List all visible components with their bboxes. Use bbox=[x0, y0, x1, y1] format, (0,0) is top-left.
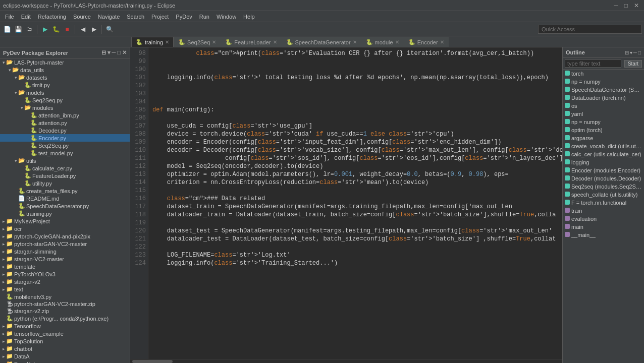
sidebar-item-21[interactable]: 🐍training.py bbox=[0, 210, 130, 217]
tree-toggle-1[interactable]: ▾ bbox=[1, 60, 6, 65]
menu-pydev[interactable]: PyDev bbox=[173, 13, 195, 21]
sidebar-item-33[interactable]: 🗜pytorch-starGAN-VC2-master.zip bbox=[0, 300, 130, 308]
sidebar-close-btn[interactable]: ✕ bbox=[122, 49, 127, 56]
tab-speechdatagenerator-close[interactable]: ✕ bbox=[353, 39, 357, 45]
outline-item-12[interactable]: Encoder (modules.Encoder) bbox=[563, 166, 644, 174]
sidebar-item-24[interactable]: ▸📁pytorch-CycleGAN-and-pix2pix bbox=[0, 232, 130, 240]
outline-item-5[interactable]: yaml bbox=[563, 110, 644, 118]
tree-toggle-7[interactable]: ▾ bbox=[19, 105, 24, 110]
tree-toggle-22[interactable]: ▸ bbox=[1, 219, 6, 224]
close-btn[interactable]: ✕ bbox=[632, 2, 641, 9]
tab-module-close[interactable]: ✕ bbox=[395, 39, 399, 45]
sidebar-item-22[interactable]: ▸📁MyNewProject bbox=[0, 217, 130, 225]
tree-toggle-29[interactable]: ▸ bbox=[1, 272, 6, 277]
sidebar-item-23[interactable]: ▸📁ocr bbox=[0, 225, 130, 232]
outline-item-0[interactable]: torch bbox=[563, 70, 644, 78]
menu-source[interactable]: Source bbox=[70, 13, 94, 21]
tree-toggle-38[interactable]: ▸ bbox=[1, 339, 6, 344]
sidebar-item-9[interactable]: 🐍attention.py bbox=[0, 119, 130, 127]
sidebar-item-1[interactable]: ▾📂LAS-Pytorch-master bbox=[0, 58, 130, 66]
tree-toggle-25[interactable]: ▸ bbox=[1, 241, 6, 247]
tree-toggle-3[interactable]: ▾ bbox=[13, 75, 18, 80]
tab-speechdatagenerator[interactable]: 🐍 SpeechDataGenerator ✕ bbox=[282, 37, 361, 47]
sidebar-item-11[interactable]: 🐍Encoder.py bbox=[0, 134, 130, 142]
tab-encoder[interactable]: 🐍 Encoder ✕ bbox=[404, 37, 449, 47]
menu-help[interactable]: Help bbox=[240, 13, 258, 21]
outline-collapse-btn[interactable]: ⊟ bbox=[625, 50, 629, 55]
menu-run[interactable]: Run bbox=[196, 13, 212, 21]
sidebar-item-36[interactable]: ▸📁Tensorflow bbox=[0, 322, 130, 330]
sidebar-item-28[interactable]: ▸📁template bbox=[0, 263, 130, 270]
tab-featureloader-close[interactable]: ✕ bbox=[273, 39, 277, 45]
sidebar-item-12[interactable]: 🐍Seq2Seq.py bbox=[0, 142, 130, 149]
sidebar-item-7[interactable]: ▾📂modules bbox=[0, 104, 130, 111]
sidebar-item-39[interactable]: ▸📁chatbot bbox=[0, 345, 130, 352]
outline-max-btn[interactable]: □ bbox=[638, 50, 641, 55]
menu-edit[interactable]: Edit bbox=[18, 13, 34, 21]
tree-toggle-24[interactable]: ▸ bbox=[1, 234, 6, 239]
outline-item-9[interactable]: create_vocab_dict (utils.utility) bbox=[563, 142, 644, 150]
tree-toggle-2[interactable]: ▾ bbox=[7, 68, 12, 73]
tree-toggle-26[interactable]: ▸ bbox=[1, 249, 6, 254]
outline-item-17[interactable]: train bbox=[563, 207, 644, 215]
sidebar-item-19[interactable]: 📄README.md bbox=[0, 195, 130, 202]
menu-project[interactable]: Project bbox=[148, 13, 172, 21]
sidebar-item-3[interactable]: ▾📂datasets bbox=[0, 74, 130, 81]
tab-seq2seq-close[interactable]: ✕ bbox=[212, 39, 216, 45]
tree-toggle-30[interactable]: ▸ bbox=[1, 279, 6, 284]
outline-item-7[interactable]: optim (torch) bbox=[563, 126, 644, 134]
sidebar-item-26[interactable]: ▸📁stargan-slimming bbox=[0, 248, 130, 255]
menu-window[interactable]: Window bbox=[213, 13, 239, 21]
tab-module[interactable]: 🐍 module ✕ bbox=[361, 37, 404, 47]
tree-toggle-28[interactable]: ▸ bbox=[1, 264, 6, 269]
sidebar-item-6[interactable]: 🐍Seq2Seq.py bbox=[0, 96, 130, 104]
sidebar-item-29[interactable]: ▸📁PyTorchYOLOv3 bbox=[0, 270, 130, 278]
sidebar-item-8[interactable]: 🐍attention_ibm.py bbox=[0, 111, 130, 119]
outline-min-btn[interactable]: ─ bbox=[633, 50, 637, 55]
tab-featureloader[interactable]: 🐍 FeatureLoader ✕ bbox=[221, 37, 281, 47]
outline-item-2[interactable]: SpeechDataGenerator (SpeechData... bbox=[563, 86, 644, 94]
tree-toggle-31[interactable]: ▸ bbox=[1, 287, 6, 292]
sidebar-collapse-btn[interactable]: ⊟ bbox=[101, 49, 106, 56]
save-all-btn[interactable]: 🗂 bbox=[24, 24, 34, 34]
sidebar-item-13[interactable]: 🐍test_model.py bbox=[0, 149, 130, 157]
back-btn[interactable]: ◀ bbox=[78, 24, 88, 34]
outline-menu-btn[interactable]: ▾ bbox=[630, 50, 632, 55]
sidebar-item-14[interactable]: ▾📂utils bbox=[0, 157, 130, 164]
sidebar-max-btn[interactable]: □ bbox=[117, 49, 121, 56]
debug-btn[interactable]: 🐛 bbox=[51, 24, 61, 34]
sidebar-item-38[interactable]: ▸📁TopSolution bbox=[0, 337, 130, 345]
tree-toggle-14[interactable]: ▾ bbox=[13, 158, 18, 163]
outline-item-3[interactable]: DataLoader (torch.nn) bbox=[563, 94, 644, 102]
code-area[interactable]: class="cm">#print(class='str'>'Evaluatio… bbox=[148, 47, 562, 359]
outline-item-14[interactable]: Seq2seq (modules.Seq2Seq) bbox=[563, 183, 644, 191]
quick-access-input[interactable] bbox=[538, 25, 642, 34]
tree-toggle-40[interactable]: ▸ bbox=[1, 354, 6, 359]
tab-encoder-close[interactable]: ✕ bbox=[440, 39, 444, 45]
outline-item-13[interactable]: Decoder (modules.Decoder) bbox=[563, 174, 644, 183]
sidebar-menu-btn[interactable]: ▾ bbox=[108, 49, 111, 56]
outline-filter-input[interactable] bbox=[565, 59, 621, 68]
menu-navigate[interactable]: Navigate bbox=[95, 13, 123, 21]
run-btn[interactable]: ▶ bbox=[40, 24, 50, 34]
outline-item-8[interactable]: argparse bbox=[563, 134, 644, 142]
tree-toggle-39[interactable]: ▸ bbox=[1, 346, 6, 351]
outline-item-15[interactable]: speech_collate (utils.utility) bbox=[563, 191, 644, 199]
sidebar-item-5[interactable]: ▾📂models bbox=[0, 89, 130, 96]
menu-refactoring[interactable]: Refactoring bbox=[35, 13, 69, 21]
minimize-btn[interactable]: ─ bbox=[612, 2, 620, 9]
sidebar-item-35[interactable]: 🐍python (e:\Progr... conda3\python.exe) bbox=[0, 315, 130, 322]
tab-seq2seq[interactable]: 🐍 Seq2Seq ✕ bbox=[174, 37, 221, 47]
menu-file[interactable]: File bbox=[2, 13, 17, 21]
save-btn[interactable]: 💾 bbox=[13, 24, 23, 34]
tree-toggle-37[interactable]: ▸ bbox=[1, 331, 6, 336]
sidebar-item-40[interactable]: ▸📁DataA bbox=[0, 352, 130, 360]
tab-training-close[interactable]: ✕ bbox=[165, 39, 169, 45]
sidebar-item-18[interactable]: 🐍create_meta_files.py bbox=[0, 187, 130, 195]
tab-training[interactable]: 🐍 training ✕ bbox=[131, 37, 174, 47]
outline-item-19[interactable]: main bbox=[563, 223, 644, 231]
outline-item-11[interactable]: logging bbox=[563, 158, 644, 166]
outline-item-6[interactable]: np = numpy bbox=[563, 118, 644, 126]
tree-toggle-36[interactable]: ▸ bbox=[1, 324, 6, 329]
sidebar-item-25[interactable]: ▸📁pytorch-starGAN-VC2-master bbox=[0, 240, 130, 248]
